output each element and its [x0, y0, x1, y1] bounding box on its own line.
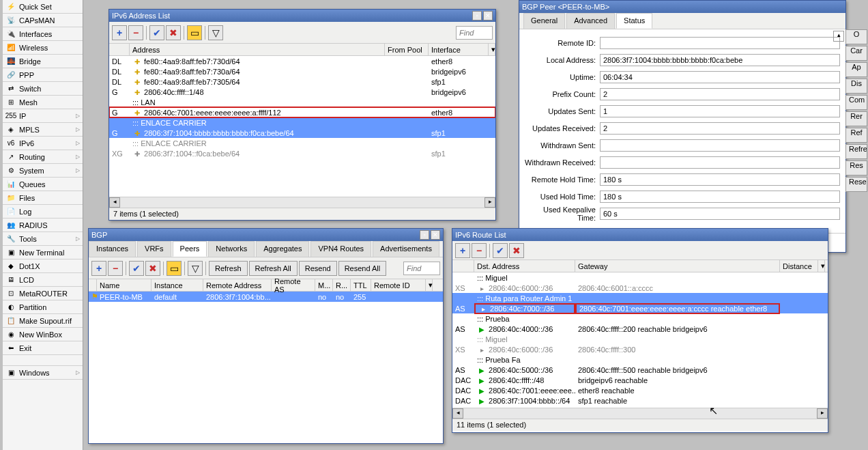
scroll-right[interactable]: ▸: [484, 197, 495, 208]
tab-vpn4 routes[interactable]: VPN4 Routes: [310, 241, 371, 257]
comment-btn[interactable]: ▭: [187, 25, 202, 40]
sidebar-item-mesh[interactable]: ⊞Mesh: [3, 96, 83, 109]
col-remote-id[interactable]: Remote ID: [371, 279, 426, 291]
address-row[interactable]: G✚ 2806:40c:ffff::1/48bridgeipv6: [109, 87, 495, 97]
col-remote-as[interactable]: Remote AS: [272, 279, 315, 291]
side-btn-refre[interactable]: Refre: [845, 144, 867, 159]
sidebar-item-files[interactable]: 📁Files: [3, 191, 83, 205]
enable-btn[interactable]: ✔: [149, 25, 164, 40]
minimize-btn[interactable]: ▫: [420, 230, 429, 240]
comment-row[interactable]: ::: LAN: [109, 97, 495, 107]
disable-btn[interactable]: ✖: [166, 25, 181, 40]
col-ttl[interactable]: TTL: [351, 279, 371, 291]
scroll-left[interactable]: ◂: [109, 197, 120, 208]
sidebar-item-new-winbox[interactable]: ◉New WinBox: [3, 328, 83, 341]
field-value[interactable]: [600, 37, 840, 49]
col-dropdown[interactable]: ▾: [818, 260, 825, 272]
address-row[interactable]: DL✚ fe80::4aa9:8aff:feb7:730d/64ether8: [109, 56, 495, 66]
route-row[interactable]: AS▶ 2806:40c:4000::/362806:40c:ffff::200…: [452, 324, 828, 334]
enable-btn[interactable]: ✔: [129, 261, 144, 276]
disable-btn[interactable]: ✖: [509, 243, 524, 258]
side-btn-dis[interactable]: Dis: [845, 79, 867, 94]
route-row[interactable]: XS▸ 2806:40c:6000::/362806:40c:6001::a:c…: [452, 283, 828, 293]
tab-instances[interactable]: Instances: [89, 241, 136, 257]
address-row[interactable]: DL✚ fe80::4aa9:8aff:feb7:730a/64bridgeip…: [109, 66, 495, 76]
filter-btn[interactable]: ▽: [208, 25, 223, 40]
disable-btn[interactable]: ✖: [145, 261, 160, 276]
sidebar-item-partition[interactable]: ◐Partition: [3, 300, 83, 314]
col-distance[interactable]: Distance: [780, 260, 818, 272]
sidebar-item-exit[interactable]: ⬅Exit: [3, 341, 83, 355]
field-value[interactable]: [600, 156, 840, 169]
remove-btn[interactable]: −: [472, 243, 487, 258]
sidebar-item-bridge[interactable]: 🌉Bridge: [3, 55, 83, 68]
comment-row[interactable]: ::: ENLACE CARRIER: [109, 138, 495, 148]
col-interface[interactable]: Interface: [429, 44, 489, 55]
side-btn-o[interactable]: O: [845, 29, 867, 44]
tab-vrfs[interactable]: VRFs: [137, 241, 171, 257]
tab-peers[interactable]: Peers: [173, 241, 207, 257]
col-dropdown[interactable]: ▾: [426, 279, 433, 291]
col-address[interactable]: Address: [130, 44, 385, 55]
tab-status[interactable]: Status: [616, 13, 652, 29]
peer-row[interactable]: ⚑PEER-to-MBdefault2806:3f7:1004:bb...non…: [89, 292, 443, 302]
resend-btn[interactable]: Resend: [299, 261, 337, 276]
window-title[interactable]: BGP ▫ ✕: [89, 229, 443, 241]
field-value[interactable]: 180 s: [600, 191, 840, 203]
ipv6-addr-table[interactable]: DL✚ fe80::4aa9:8aff:feb7:730d/64ether8DL…: [109, 56, 495, 197]
field-value[interactable]: 06:04:34: [600, 71, 840, 83]
sidebar-item-interfaces[interactable]: 🔌Interfaces: [3, 27, 83, 41]
field-value[interactable]: 2: [600, 122, 840, 135]
sidebar-item-ip[interactable]: 255IP▷: [3, 109, 83, 123]
sidebar-item-dot1x[interactable]: ◆Dot1X: [3, 259, 83, 273]
route-row[interactable]: AS▸ 2806:40c:7000::/362806:40c:7001:eeee…: [452, 303, 828, 313]
comment-btn[interactable]: ▭: [167, 261, 182, 276]
enable-btn[interactable]: ✔: [493, 243, 508, 258]
close-btn[interactable]: ✕: [431, 230, 440, 240]
tab-general[interactable]: General: [523, 13, 565, 29]
window-title[interactable]: BGP Peer <PEER-to-MB>: [519, 1, 845, 13]
comment-row[interactable]: ::: Prueba Fa: [452, 354, 828, 365]
sidebar-item-ipv6[interactable]: v6IPv6▷: [3, 137, 83, 150]
side-btn-com[interactable]: Com: [845, 95, 867, 110]
col-name[interactable]: Name: [97, 279, 151, 291]
sidebar-item-tools[interactable]: 🔧Tools▷: [3, 232, 83, 246]
field-value[interactable]: 60 s: [600, 208, 840, 220]
side-btn-rese[interactable]: Rese: [845, 177, 867, 192]
find-input[interactable]: [456, 26, 493, 40]
side-btn-rer[interactable]: Rer: [845, 111, 867, 126]
window-title[interactable]: IPv6 Address List ▫ ✕: [109, 10, 495, 22]
side-btn-ref[interactable]: Ref: [845, 128, 867, 143]
add-btn[interactable]: +: [112, 25, 127, 40]
add-btn[interactable]: +: [455, 243, 470, 258]
sidebar-item-new-terminal[interactable]: ▣New Terminal: [3, 246, 83, 259]
refresh-btn[interactable]: Refresh: [209, 261, 248, 276]
address-row[interactable]: G✚ 2806:40c:7001:eeee:eeee:eeee:a:ffff/1…: [109, 107, 495, 117]
remove-btn[interactable]: −: [128, 25, 143, 40]
tab-networks[interactable]: Networks: [208, 241, 255, 257]
address-row[interactable]: G✚ 2806:3f7:1004:bbbb:bbbb:bbbb:f0ca:beb…: [109, 128, 495, 138]
sidebar-item-routing[interactable]: ↗Routing▷: [3, 150, 83, 164]
window-title[interactable]: IPv6 Route List: [452, 229, 828, 241]
sidebar-item-lcd[interactable]: 🖥LCD: [3, 273, 83, 287]
sidebar-item-ppp[interactable]: 🔗PPP: [3, 68, 83, 82]
scroll-left[interactable]: ◂: [452, 408, 463, 419]
refresh-all-btn[interactable]: Refresh All: [249, 261, 298, 276]
field-value[interactable]: [600, 139, 840, 152]
sidebar-item-switch[interactable]: ⇄Switch: [3, 82, 83, 96]
comment-row[interactable]: ::: Miguel: [452, 272, 828, 283]
sidebar-windows[interactable]: ▣ Windows ▷: [3, 366, 83, 380]
route-row[interactable]: DAC▶ 2806:40c:7001:eeee:eee..ether8 reac…: [452, 385, 828, 395]
comment-row[interactable]: ::: Miguel: [452, 334, 828, 344]
col-instance[interactable]: Instance: [151, 279, 203, 291]
address-row[interactable]: XG✚ 2806:3f7:1004::f0ca:bebe/64sfp1: [109, 148, 495, 158]
sidebar-item-log[interactable]: 📄Log: [3, 205, 83, 219]
route-row[interactable]: AS▶ 2806:40c:5000::/362806:40c:ffff::500…: [452, 365, 828, 375]
remove-btn[interactable]: −: [108, 261, 123, 276]
sidebar-item-make-supout.rif[interactable]: 📋Make Supout.rif: [3, 314, 83, 328]
comment-row[interactable]: ::: Ruta para Router Admin 1: [452, 293, 828, 303]
col-m[interactable]: M...: [315, 279, 333, 291]
col-dst[interactable]: Dst. Address: [474, 260, 575, 272]
route-row[interactable]: XS▸ 2806:40c:6000::/362806:40c:ffff::300: [452, 344, 828, 354]
sidebar-item-queues[interactable]: 📊Queues: [3, 178, 83, 191]
